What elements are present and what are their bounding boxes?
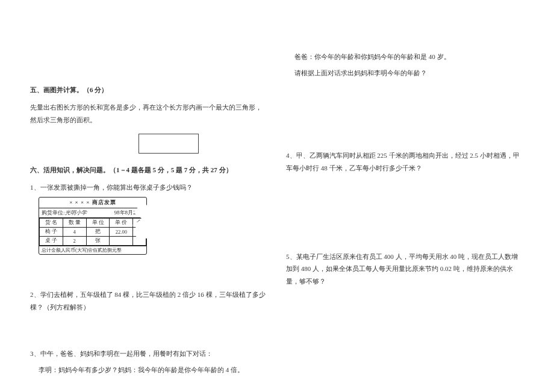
invoice-total: 总计金额人民币(大写)壹佰贰拾捌元整 xyxy=(39,246,146,254)
question-3: 3、中午，爸爸、妈妈和李明在一起用餐，用餐时有如下对话： 李明：妈妈今年有多少岁… xyxy=(30,347,268,380)
q3-cont-line2: 请根据上面对话求出妈妈和李明今年的年龄？ xyxy=(286,67,524,79)
section-5-title: 五、画图并计算。（6 分） xyxy=(30,84,268,96)
invoice-receipt: × × × × 商店发票 购货单位:光明小学 98年8月26日 货 名 数 量 … xyxy=(39,197,147,255)
col-price: 单 价 xyxy=(110,219,133,228)
q1-text: 1、一张发票被撕掉一角，你能算出每张桌子多少钱吗？ xyxy=(30,181,268,194)
section-5-text: 先量出右图长方形的长和宽各是多少，再在这个长方形内画一个最大的三角形，然后求三角… xyxy=(30,101,268,126)
left-column: 五、画图并计算。（6 分） 先量出右图长方形的长和宽各是多少，再在这个长方形内画… xyxy=(30,36,268,380)
q3-cont-line1: 爸爸：你今年的年龄和你妈妈今年的年龄和是 40 岁。 xyxy=(286,51,524,63)
rectangle-figure xyxy=(138,134,199,154)
question-5: 5、某电子厂生活区原来住有员工 400 人，平均每天用水 40 吨，现在员工人数… xyxy=(286,250,524,292)
section-6-title: 六、活用知识，解决问题。（1－4 题各题 5 分，5 题 7 分，共 27 分） xyxy=(30,164,268,176)
q2-text: 2、学们去植树，五年级植了 84 棵，比三年级植的 2 倍少 16 棵，三年级植… xyxy=(30,288,268,314)
col-qty: 数 量 xyxy=(63,219,86,228)
question-4: 4、甲、乙两辆汽车同时从相距 225 千米的两地相向开出，经过 2.5 小时相遇… xyxy=(286,149,524,178)
q4-text: 4、甲、乙两辆汽车同时从相距 225 千米的两地相向开出，经过 2.5 小时相遇… xyxy=(286,149,524,175)
col-unit: 单 位 xyxy=(86,219,110,228)
q3-line2: 李明：妈妈今年有多少岁？妈妈：我今年的年龄是你今年年龄的 4 倍。 xyxy=(30,364,268,376)
col-name: 货 名 xyxy=(40,219,63,228)
question-2: 2、学们去植树，五年级植了 84 棵，比三年级植的 2 倍少 16 棵，三年级植… xyxy=(30,288,268,317)
invoice-table: 货 名 数 量 单 位 单 价 金 椅 子 4 把 22.00 桌 子 2 张 xyxy=(39,218,146,246)
q3-line1: 3、中午，爸爸、妈妈和李明在一起用餐，用餐时有如下对话： xyxy=(30,347,268,360)
right-column: 爸爸：你今年的年龄和你妈妈今年的年龄和是 40 岁。 请根据上面对话求出妈妈和李… xyxy=(286,36,524,380)
invoice-unit: 购货单位:光明小学 xyxy=(42,209,87,217)
invoice-title: × × × × 商店发票 xyxy=(39,198,146,208)
q5-text: 5、某电子厂生活区原来住有员工 400 人，平均每天用水 40 吨，现在员工人数… xyxy=(286,250,524,288)
invoice-header-row: 购货单位:光明小学 98年8月26日 xyxy=(39,208,146,218)
table-header-row: 货 名 数 量 单 位 单 价 金 xyxy=(40,219,146,228)
question-1: 1、一张发票被撕掉一角，你能算出每张桌子多少钱吗？ × × × × 商店发票 购… xyxy=(30,181,268,259)
table-row: 椅 子 4 把 22.00 xyxy=(40,228,146,237)
table-row: 桌 子 2 张 xyxy=(40,237,146,246)
